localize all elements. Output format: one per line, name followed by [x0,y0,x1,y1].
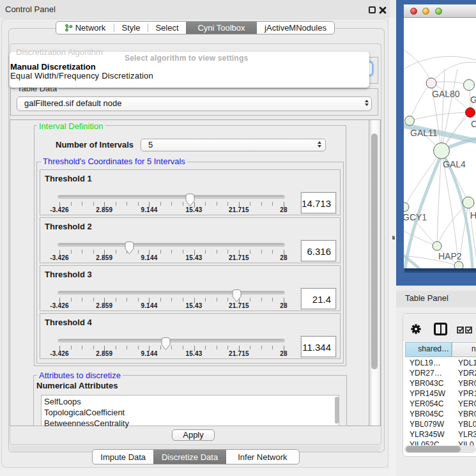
svg-text:HAP2: HAP2 [438,251,462,261]
svg-text:GA: GA [470,95,476,105]
svg-text:GCY1: GCY1 [404,212,427,222]
svg-text:GAL11: GAL11 [410,128,438,138]
svg-text:GAL80: GAL80 [432,89,460,99]
svg-text:C: C [471,119,476,129]
svg-text:GAL4: GAL4 [443,159,466,169]
svg-text:H: H [470,210,476,220]
